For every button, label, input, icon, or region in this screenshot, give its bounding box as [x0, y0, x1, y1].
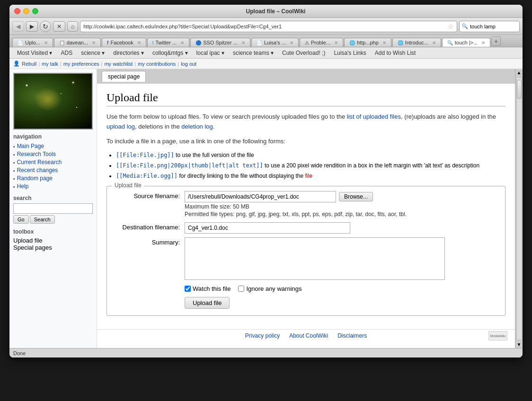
log-out-link[interactable]: log out	[181, 61, 196, 67]
tab-6[interactable]: ⚠ Proble... ✕	[300, 38, 343, 47]
my-talk-link[interactable]: my talk	[42, 61, 58, 67]
menu-colloq[interactable]: colloq&mtgs ▾	[149, 49, 192, 57]
tab-8[interactable]: 🌐 Introduc... ✕	[392, 38, 441, 47]
deletion-log-link[interactable]: deletion log	[181, 123, 213, 130]
toolbox-title: toolbox	[13, 228, 93, 235]
dest-row: Destination filename:	[114, 222, 498, 234]
content-body: Upload file Use the form below to upload…	[97, 84, 515, 329]
my-watchlist-link[interactable]: my watchlist	[104, 61, 133, 67]
tab-favicon-3: t	[152, 40, 154, 45]
tab-close-9[interactable]: ✕	[481, 40, 485, 45]
source-row: Source filename: Browse... Maximum file …	[114, 191, 498, 218]
close-button[interactable]	[14, 8, 20, 14]
menu-most-visited[interactable]: Most Visited ▾	[13, 49, 56, 57]
summary-textarea[interactable]	[185, 237, 445, 280]
privacy-policy-link[interactable]: Privacy policy	[245, 332, 280, 339]
tab-favicon-9: 🔍	[447, 40, 453, 45]
menu-cute-overload[interactable]: Cute Overload! ;)	[278, 49, 329, 57]
tab-9[interactable]: 🔍 touch |>... ✕	[442, 38, 490, 47]
dest-control	[185, 222, 498, 234]
nav-link-recent-changes[interactable]: Recent changes	[17, 167, 58, 174]
search-button[interactable]: Search	[30, 215, 55, 224]
special-page-tab[interactable]: special page	[102, 71, 146, 82]
address-bar[interactable]: http://coolwiki.ipac.caltech.edu/index.p…	[80, 21, 457, 32]
tab-close-1[interactable]: ✕	[92, 40, 96, 45]
tab-favicon-5: 📄	[257, 40, 262, 45]
toolbox-link-special[interactable]: Special pages	[13, 244, 52, 251]
search-google-icon: 🔍	[461, 23, 468, 29]
scroll-track[interactable]	[516, 77, 522, 340]
menu-local-ipac[interactable]: local ipac ▾	[193, 49, 228, 57]
syntax-intro: To include a file in a page, use a link …	[106, 137, 505, 147]
nav-link-random-page[interactable]: Random page	[17, 175, 53, 182]
upload-file-button[interactable]: Upload file	[185, 297, 230, 309]
search-input[interactable]	[470, 24, 517, 29]
my-preferences-link[interactable]: my preferences	[63, 61, 99, 67]
maximize-button[interactable]	[32, 8, 38, 14]
page-title: Upload file	[106, 91, 505, 106]
tab-close-4[interactable]: ✕	[241, 40, 245, 45]
menu-science-teams[interactable]: science teams ▾	[229, 49, 277, 57]
ignore-checkbox[interactable]	[238, 286, 244, 292]
tab-close-3[interactable]: ✕	[180, 40, 184, 45]
bookmark-star[interactable]: ☆	[448, 23, 454, 30]
tab-label-5: Luisa's ...	[264, 40, 286, 45]
menu-luisas-links[interactable]: Luisa's Links	[330, 49, 370, 57]
menu-science[interactable]: science ▾	[77, 49, 108, 57]
about-coolwiki-link[interactable]: About CoolWiki	[289, 332, 328, 339]
watch-checkbox[interactable]	[185, 286, 191, 292]
tab-5[interactable]: 📄 Luisa's ... ✕	[251, 38, 299, 47]
tab-close-5[interactable]: ✕	[290, 40, 293, 45]
go-button[interactable]: Go	[13, 215, 29, 224]
menu-ads[interactable]: ADS	[57, 49, 76, 57]
footer: Privacy policy About CoolWiki Disclaimer…	[97, 329, 515, 342]
tab-2[interactable]: f Facebook ✕	[102, 38, 146, 47]
nav-link-research-tools[interactable]: Research Tools	[17, 151, 56, 157]
menu-directories[interactable]: directories ▾	[109, 49, 148, 57]
dest-filename-input[interactable]	[185, 222, 350, 234]
list-uploaded-files-link[interactable]: list of uploaded files	[347, 113, 401, 120]
my-contributions-link[interactable]: my contributions	[138, 61, 176, 67]
back-button[interactable]: ◀	[12, 21, 24, 32]
watch-label-text: Watch this file	[193, 285, 231, 292]
syntax-item-3: [[Media:File.ogg]] for directly linking …	[116, 172, 505, 180]
nebula-image	[14, 74, 92, 129]
scroll-thumb[interactable]	[517, 80, 522, 99]
wiki-search-input[interactable]	[13, 203, 93, 214]
tab-label-9: touch |>...	[455, 40, 478, 45]
tab-0[interactable]: 📄 Uplo... ✕	[12, 38, 53, 47]
toolbox-link-upload[interactable]: Upload file	[13, 237, 42, 244]
tab-favicon-1: 📋	[59, 40, 65, 45]
tab-close-2[interactable]: ✕	[137, 40, 141, 45]
menu-bar: Most Visited ▾ ADS science ▾ directories…	[9, 47, 523, 59]
ignore-label-text: Ignore any warnings	[246, 285, 301, 292]
source-filename-input[interactable]	[185, 191, 336, 202]
browse-button[interactable]: Browse...	[339, 192, 373, 201]
tab-close-6[interactable]: ✕	[334, 40, 338, 45]
tab-close-0[interactable]: ✕	[44, 40, 48, 45]
home-button[interactable]: ⌂	[67, 21, 78, 32]
tab-close-8[interactable]: ✕	[432, 40, 436, 45]
scroll-down-button[interactable]: ▼	[516, 341, 523, 348]
nav-link-help[interactable]: Help	[17, 183, 29, 190]
minimize-button[interactable]	[23, 8, 29, 14]
tab-3[interactable]: t Twitter ... ✕	[147, 38, 189, 47]
scroll-up-button[interactable]: ▲	[516, 69, 523, 76]
ignore-label[interactable]: Ignore any warnings	[238, 285, 301, 292]
menu-add-wish-list[interactable]: Add to Wish List	[371, 49, 420, 57]
new-tab-button[interactable]: +	[491, 36, 501, 46]
watch-label[interactable]: Watch this file	[185, 285, 231, 292]
upload-log-link[interactable]: upload log	[106, 123, 135, 130]
nav-link-current-research[interactable]: Current Research	[17, 159, 62, 166]
refresh-button[interactable]: ↻	[40, 21, 51, 32]
search-bar[interactable]: 🔍	[459, 21, 520, 32]
forward-button[interactable]: ▶	[26, 21, 38, 32]
nav-link-main-page[interactable]: Main Page	[17, 143, 44, 149]
tab-1[interactable]: 📋 davean... ✕	[54, 38, 101, 47]
tab-7[interactable]: 🌐 http...php ✕	[344, 38, 391, 47]
stop-button[interactable]: ✕	[53, 21, 65, 32]
tab-close-7[interactable]: ✕	[382, 40, 386, 45]
user-rebull-link[interactable]: Rebull	[22, 61, 36, 67]
disclaimers-link[interactable]: Disclaimers	[337, 332, 367, 339]
tab-4[interactable]: 🔵 SSO Spitzer ... ✕	[190, 38, 250, 47]
